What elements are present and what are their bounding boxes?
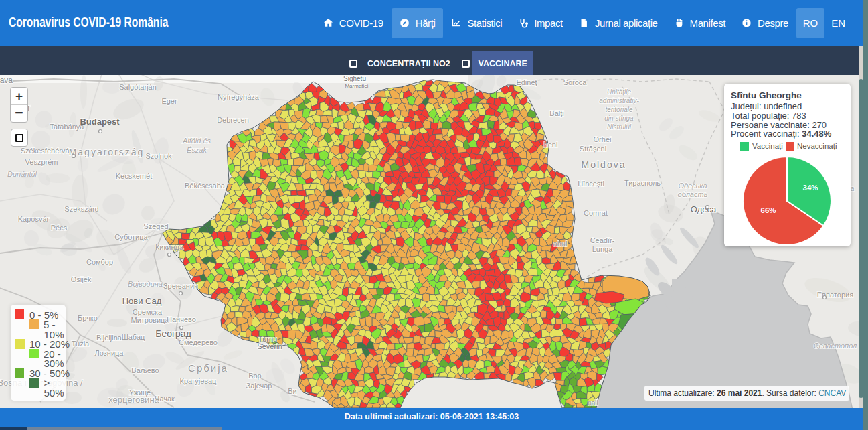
svg-text:Одеська: Одеська [678,182,707,190]
svg-text:Зрењанин: Зрењанин [163,282,198,290]
svg-text:Бор: Бор [248,372,261,380]
svg-text:Војводина: Војводина [128,280,163,288]
svg-text:Szeged: Szeged [143,222,168,230]
svg-text:Брчко: Брчко [78,314,98,322]
svg-text:34%: 34% [802,184,818,192]
svg-text:Szolnok: Szolnok [145,152,172,160]
svg-text:Кикинда: Кикинда [155,243,184,251]
svg-text:ahul: ahul [553,240,568,248]
svg-text:Крагујевац: Крагујевац [180,377,218,385]
svg-text:Szekszárd: Szekszárd [64,205,98,213]
svg-text:Шабац: Шабац [122,333,145,341]
svg-text:Панчево: Панчево [167,315,196,324]
svg-text:Strășeni: Strășeni [580,145,606,153]
svg-text:Székesfehérvár: Székesfehérvár [21,147,72,155]
svg-text:teritoriale: teritoriale [605,106,633,113]
svg-text:Севастопол: Севастопол [814,342,857,350]
svg-text:Тирасполь: Тирасполь [624,179,661,187]
svg-text:Ceadîr-: Ceadîr- [590,236,615,244]
svg-text:Одеса: Одеса [691,204,717,214]
svg-text:Hîncești: Hîncești [578,180,604,188]
svg-text:Kecskemét: Kecskemét [116,172,152,180]
svg-text:Ви: Ви [288,387,296,395]
svg-text:Alföld és: Alföld és [182,137,211,145]
svg-text:Soroca: Soroca [563,78,588,86]
svg-text:nali: nali [588,399,598,407]
svg-text:heni: heni [544,141,558,149]
svg-text:Bălți: Bălți [549,109,563,117]
svg-text:Ужице: Ужице [129,388,151,397]
svg-text:Debrecen: Debrecen [217,116,249,124]
svg-text:Edineț: Edineț [516,78,537,86]
svg-text:Észak: Észak [187,146,207,154]
svg-text:Magyarország: Magyarország [69,147,145,157]
svg-text:Unitățile: Unitățile [607,88,632,96]
svg-text:Moldova: Moldova [582,159,626,170]
svg-text:Митровица: Митровица [131,316,170,324]
svg-text:Severin: Severin [257,342,282,350]
svg-text:Orhei: Orhei [594,135,612,143]
svg-text:Békéscsaba: Békéscsaba [185,182,226,190]
svg-text:Lunga: Lunga [592,245,613,253]
svg-text:Sighetu: Sighetu [343,75,366,82]
svg-text:Суботица: Суботица [114,233,148,241]
svg-text:Београд: Београд [155,328,191,339]
svg-text:Kaposvár: Kaposvár [18,215,50,223]
svg-text:Budapest: Budapest [80,117,120,127]
svg-text:din stînga: din stînga [604,115,634,122]
svg-text:administrativ-: administrativ- [599,97,639,104]
svg-text:lava: lava [0,76,13,85]
svg-text:66%: 66% [760,206,776,214]
svg-text:Tuzla: Tuzla [72,340,90,348]
svg-text:Dunántúl: Dunántúl [7,170,37,178]
svg-text:Veszprém: Veszprém [25,158,58,166]
svg-text:Сремска: Сремска [133,308,163,316]
svg-text:Pécs: Pécs [51,224,68,232]
svg-text:Salgótarján: Salgótarján [119,83,157,91]
svg-text:Нови Сад: Нови Сад [122,296,162,306]
svg-text:Osijek: Osijek [71,275,92,283]
svg-text:Зајечар: Зајечар [246,382,272,390]
svg-text:Сомбор: Сомбор [86,258,113,266]
svg-text:Nyíregyháza: Nyíregyháza [218,93,260,101]
svg-text:Чачак: Чачак [155,395,175,403]
svg-text:Comrat: Comrat [584,209,608,217]
svg-text:Смедерево: Смедерево [179,338,218,346]
svg-text:Србија: Србија [188,362,228,374]
svg-text:Bijeljina: Bijeljina [96,334,122,342]
svg-text:Лозница: Лозница [95,349,124,357]
svg-text:Ваљево: Ваљево [131,366,159,374]
svg-text:Eger: Eger [161,97,177,105]
svg-text:область: область [678,190,708,198]
svg-text:Nistrului: Nistrului [607,123,632,131]
svg-text:Tatabánya: Tatabánya [50,123,85,131]
svg-text:Marmatiei: Marmatiei [345,83,368,89]
